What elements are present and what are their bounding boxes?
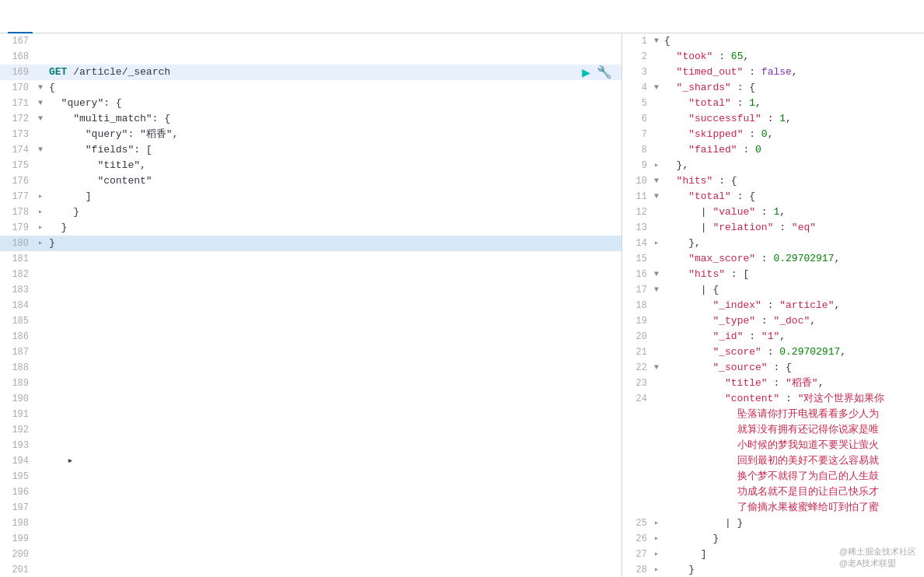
fold-arrow[interactable]: [35, 173, 46, 189]
result-fold-arrow[interactable]: [652, 453, 661, 469]
fold-arrow[interactable]: [35, 453, 46, 469]
line-number: 172: [0, 111, 35, 127]
result-fold-arrow[interactable]: [652, 407, 661, 422]
editor-line: 186: [0, 329, 621, 344]
fold-arrow[interactable]: [35, 127, 46, 142]
result-fold-arrow[interactable]: [652, 500, 661, 516]
line-number: 177: [0, 189, 35, 205]
fold-arrow[interactable]: [35, 49, 46, 65]
fold-arrow[interactable]: [35, 516, 46, 531]
result-line-number: 6: [622, 111, 652, 127]
result-fold-arrow[interactable]: [652, 127, 661, 142]
result-fold-arrow[interactable]: ▸: [652, 562, 661, 577]
fold-arrow[interactable]: [35, 329, 46, 344]
result-fold-arrow[interactable]: [652, 344, 661, 360]
result-content: "_id" : "1",: [661, 329, 924, 344]
editor-line: 178▸ }: [0, 205, 621, 220]
result-fold-arrow[interactable]: ▼: [652, 360, 661, 376]
fold-arrow[interactable]: ▸: [35, 205, 46, 220]
fold-arrow[interactable]: ▼: [35, 111, 46, 127]
result-fold-arrow[interactable]: [652, 484, 661, 500]
editor-line: 181: [0, 251, 621, 267]
result-fold-arrow[interactable]: [652, 329, 661, 344]
fold-arrow[interactable]: [35, 267, 46, 282]
result-fold-arrow[interactable]: [652, 205, 661, 220]
code-content: [46, 313, 621, 329]
result-fold-arrow[interactable]: ▼: [652, 282, 661, 298]
fold-arrow[interactable]: [35, 531, 46, 547]
fold-arrow[interactable]: [35, 391, 46, 407]
result-fold-arrow[interactable]: ▸: [652, 531, 661, 547]
result-fold-arrow[interactable]: ▼: [652, 189, 661, 205]
fold-arrow[interactable]: [35, 65, 46, 80]
fold-arrow[interactable]: [35, 438, 46, 453]
result-line: 25▸ | }: [622, 516, 924, 531]
result-fold-arrow[interactable]: [652, 438, 661, 453]
result-line-number: 16: [622, 267, 652, 282]
tab-search-profiler[interactable]: [33, 16, 58, 33]
fold-arrow[interactable]: [35, 562, 46, 577]
line-number: 176: [0, 173, 35, 189]
fold-arrow[interactable]: [35, 500, 46, 516]
fold-arrow[interactable]: [35, 158, 46, 173]
code-content: [46, 547, 621, 562]
fold-arrow[interactable]: [35, 469, 46, 484]
result-fold-arrow[interactable]: [652, 96, 661, 111]
result-fold-arrow[interactable]: ▸: [652, 236, 661, 251]
result-fold-arrow[interactable]: [652, 422, 661, 438]
fold-arrow[interactable]: [35, 407, 46, 422]
result-content: "skipped" : 0,: [661, 127, 924, 142]
result-line: 12 | "value" : 1,: [622, 205, 924, 220]
result-fold-arrow[interactable]: [652, 391, 661, 407]
result-fold-arrow[interactable]: [652, 251, 661, 267]
fold-arrow[interactable]: [35, 360, 46, 376]
editor-line: 185: [0, 313, 621, 329]
fold-arrow[interactable]: [35, 422, 46, 438]
result-fold-arrow[interactable]: ▼: [652, 33, 661, 49]
line-number: 170: [0, 80, 35, 96]
fold-arrow[interactable]: [35, 376, 46, 391]
result-content: "_shards" : {: [661, 80, 924, 96]
result-fold-arrow[interactable]: [652, 49, 661, 65]
code-content: [46, 33, 621, 49]
wrench-icon[interactable]: 🔧: [597, 65, 612, 80]
fold-arrow[interactable]: [35, 547, 46, 562]
fold-arrow[interactable]: [35, 33, 46, 49]
result-fold-arrow[interactable]: ▸: [652, 158, 661, 173]
line-number: 193: [0, 438, 35, 453]
result-fold-arrow[interactable]: [652, 111, 661, 127]
result-fold-arrow[interactable]: ▸: [652, 547, 661, 562]
result-fold-arrow[interactable]: [652, 142, 661, 158]
fold-arrow[interactable]: ▼: [35, 80, 46, 96]
result-fold-arrow[interactable]: [652, 298, 661, 313]
result-fold-arrow[interactable]: ▼: [652, 267, 661, 282]
tab-grok-debugger[interactable]: [58, 16, 82, 33]
result-fold-arrow[interactable]: [652, 313, 661, 329]
result-fold-arrow[interactable]: [652, 220, 661, 236]
fold-arrow[interactable]: ▸: [35, 220, 46, 236]
fold-arrow[interactable]: [35, 251, 46, 267]
tab-console[interactable]: [8, 16, 33, 33]
fold-arrow[interactable]: ▼: [35, 96, 46, 111]
fold-arrow[interactable]: [35, 344, 46, 360]
fold-arrow[interactable]: [35, 313, 46, 329]
fold-arrow[interactable]: [35, 282, 46, 298]
editor-area[interactable]: 167168169GET /article/_search ▶ 🔧 170▼{1…: [0, 33, 621, 577]
result-content: "_type" : "_doc",: [661, 313, 924, 329]
fold-arrow[interactable]: ▸: [35, 236, 46, 251]
result-fold-arrow[interactable]: [652, 469, 661, 484]
result-line-number: 26: [622, 531, 652, 547]
fold-arrow[interactable]: ▼: [35, 142, 46, 158]
result-fold-arrow[interactable]: ▸: [652, 516, 661, 531]
fold-arrow[interactable]: ▸: [35, 189, 46, 205]
fold-arrow[interactable]: [35, 298, 46, 313]
result-fold-arrow[interactable]: [652, 376, 661, 391]
result-content: "content" : "对这个世界如果你: [661, 391, 924, 407]
result-fold-arrow[interactable]: ▼: [652, 80, 661, 96]
result-pane: 1▼{2 "took" : 65,3 "timed_out" : false,4…: [622, 33, 924, 577]
line-number: 171: [0, 96, 35, 111]
result-fold-arrow[interactable]: ▼: [652, 173, 661, 189]
fold-arrow[interactable]: [35, 484, 46, 500]
run-button[interactable]: ▶: [582, 64, 590, 81]
result-fold-arrow[interactable]: [652, 65, 661, 80]
